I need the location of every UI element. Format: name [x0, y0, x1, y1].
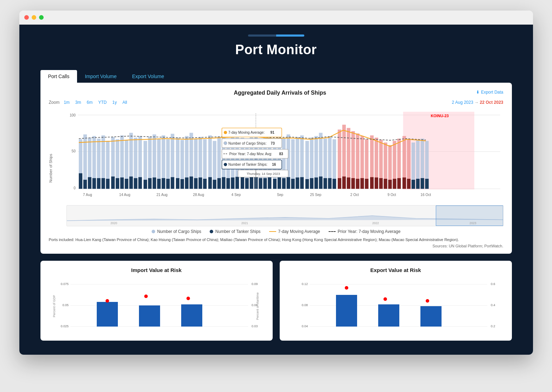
svg-point-208 [106, 299, 109, 303]
svg-text:28 Aug: 28 Aug [193, 193, 204, 197]
bars-25sep [305, 133, 336, 189]
svg-rect-19 [101, 178, 105, 189]
zoom-ytd[interactable]: YTD [97, 100, 108, 105]
svg-text:21 Aug: 21 Aug [156, 193, 167, 197]
zoom-1y[interactable]: 1y [111, 100, 118, 105]
svg-rect-9 [78, 173, 82, 189]
svg-rect-43 [157, 179, 160, 189]
svg-rect-101 [291, 179, 294, 189]
logo-bar-right [276, 34, 304, 37]
svg-text:83: 83 [279, 152, 283, 156]
export-value-chart: Export Value at Risk 0.12 0.08 0.04 0.6 … [280, 261, 512, 341]
zoom-all[interactable]: All [121, 100, 128, 105]
svg-rect-33 [134, 178, 137, 189]
svg-rect-17 [97, 178, 100, 189]
svg-text:0.09: 0.09 [252, 282, 258, 286]
svg-rect-143 [388, 180, 392, 189]
svg-text:50: 50 [71, 149, 76, 153]
svg-rect-123 [342, 177, 345, 189]
svg-point-172 [224, 131, 227, 134]
tab-import-volume[interactable]: Import Volume [77, 70, 124, 83]
logo-bar [19, 34, 533, 37]
svg-rect-151 [407, 179, 410, 189]
svg-text:Number of Cargo Ships:: Number of Cargo Ships: [228, 141, 266, 145]
svg-rect-29 [125, 179, 128, 189]
svg-rect-93 [273, 179, 276, 189]
svg-rect-79 [240, 177, 244, 189]
svg-rect-223 [378, 304, 399, 327]
footnote: Ports included: Hua-Lien Kang (Taiwan Pr… [49, 237, 503, 243]
svg-rect-113 [319, 177, 322, 189]
svg-text:16 Oct: 16 Oct [420, 193, 431, 197]
zoom-6m[interactable]: 6m [85, 100, 94, 105]
svg-text:Percent of Maritime: Percent of Maritime [256, 292, 259, 320]
svg-rect-35 [138, 177, 142, 189]
svg-rect-69 [217, 178, 221, 189]
svg-rect-131 [360, 178, 364, 189]
legend-tanker-icon [210, 230, 213, 233]
tabs-bar: Port Calls Import Volume Export Volume [40, 70, 512, 83]
svg-rect-153 [411, 180, 415, 189]
svg-rect-141 [383, 179, 387, 189]
maximize-button[interactable] [39, 15, 44, 20]
svg-rect-105 [300, 177, 304, 189]
svg-rect-21 [106, 179, 109, 189]
svg-text:91: 91 [270, 131, 274, 134]
legend-cargo: Number of Cargo Ships [152, 229, 201, 234]
svg-text:2021: 2021 [241, 221, 248, 225]
svg-rect-157 [420, 178, 424, 189]
svg-rect-109 [310, 178, 313, 189]
minimize-button[interactable] [32, 15, 36, 20]
svg-text:Sep: Sep [277, 193, 283, 197]
svg-rect-27 [120, 177, 123, 189]
titlebar [19, 11, 533, 25]
close-button[interactable] [24, 15, 29, 20]
svg-rect-55 [185, 177, 188, 189]
import-chart-inner: 0.075 0.05 0.025 0.09 0.06 0.03 [47, 278, 266, 334]
svg-rect-111 [314, 177, 318, 189]
svg-text:2020: 2020 [110, 221, 117, 225]
svg-rect-13 [88, 177, 91, 189]
svg-rect-23 [111, 177, 114, 189]
svg-rect-139 [379, 178, 382, 189]
tab-export-volume[interactable]: Export Volume [124, 70, 172, 83]
export-button[interactable]: ⬇ Export Data [476, 90, 503, 95]
svg-point-210 [186, 297, 190, 300]
tab-port-calls[interactable]: Port Calls [40, 70, 77, 83]
svg-rect-77 [235, 177, 239, 189]
svg-text:2 Oct: 2 Oct [350, 193, 359, 197]
svg-rect-61 [198, 177, 202, 189]
svg-rect-45 [161, 178, 165, 189]
export-chart-title: Export Value at Risk [287, 267, 505, 273]
svg-rect-65 [208, 177, 211, 189]
svg-rect-57 [189, 177, 193, 189]
bars-2oct [337, 125, 368, 189]
svg-rect-224 [420, 306, 442, 327]
page-header: Port Monitor [19, 25, 533, 70]
svg-rect-31 [129, 177, 133, 189]
download-icon: ⬇ [476, 90, 480, 95]
logo-bar-left [248, 34, 276, 37]
svg-rect-107 [305, 179, 309, 189]
svg-rect-121 [337, 178, 341, 189]
svg-text:0.03: 0.03 [252, 324, 258, 328]
svg-text:Number of Tanker Ships:: Number of Tanker Ships: [228, 163, 267, 166]
zoom-3m[interactable]: 3m [74, 100, 83, 105]
svg-rect-91 [268, 177, 271, 189]
svg-rect-11 [83, 180, 87, 189]
svg-rect-71 [222, 177, 225, 189]
svg-text:0.04: 0.04 [302, 324, 308, 328]
svg-rect-97 [282, 178, 285, 189]
date-range: 2 Aug 2023 → 22 Oct 2023 [452, 100, 503, 105]
import-value-chart: Import Value at Risk 0.075 0.05 0.025 0.… [40, 261, 273, 341]
svg-text:Thursday, 14 Sep 2023: Thursday, 14 Sep 2023 [246, 172, 280, 176]
svg-point-225 [345, 286, 348, 290]
svg-rect-51 [176, 178, 179, 189]
mini-overview-chart[interactable]: 2020 2021 2022 2023 [66, 205, 503, 226]
y-axis-label: Number of Ships [48, 154, 52, 183]
zoom-1m[interactable]: 1m [62, 100, 71, 105]
svg-rect-95 [277, 177, 281, 189]
svg-rect-206 [139, 305, 160, 327]
svg-text:100: 100 [69, 113, 75, 117]
legend-cargo-icon [152, 230, 155, 233]
